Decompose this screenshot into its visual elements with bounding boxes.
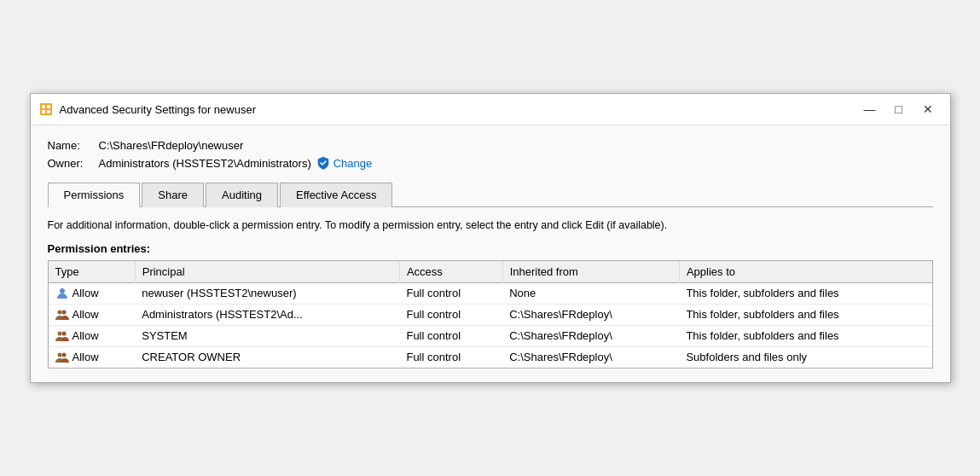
svg-rect-4 — [47, 110, 50, 113]
row-1-access: Full control — [399, 304, 502, 325]
row-2-type: Allow — [49, 325, 136, 346]
col-type: Type — [49, 261, 136, 283]
row-3-principal: CREATOR OWNER — [135, 346, 399, 368]
close-button[interactable]: ✕ — [914, 99, 942, 119]
col-inherited-from: Inherited from — [502, 261, 679, 283]
name-label: Name: — [48, 139, 99, 152]
row-3-type: Allow — [49, 346, 136, 368]
row-0-applies: This folder, subfolders and files — [679, 282, 931, 304]
col-access: Access — [399, 261, 502, 283]
row-1-type: Allow — [49, 304, 136, 325]
tab-auditing[interactable]: Auditing — [206, 183, 278, 207]
main-window: Advanced Security Settings for newuser —… — [30, 93, 951, 383]
user-single-icon — [55, 287, 69, 300]
table-row[interactable]: Allow CREATOR OWNER Full control C:\Shar… — [49, 346, 932, 368]
svg-point-5 — [60, 288, 65, 293]
permissions-table: Type Principal Access Inherited from App… — [48, 260, 933, 369]
row-1-inherited: C:\Shares\FRdeploy\ — [502, 304, 679, 325]
row-0-principal: newuser (HSSTEST2\newuser) — [135, 282, 399, 304]
shield-icon — [316, 156, 330, 170]
tab-permissions[interactable]: Permissions — [48, 183, 141, 207]
change-link[interactable]: Change — [316, 156, 373, 170]
owner-row: Owner: Administrators (HSSTEST2\Administ… — [48, 156, 933, 170]
window-controls: — □ ✕ — [856, 99, 942, 119]
window-title: Advanced Security Settings for newuser — [60, 103, 856, 116]
row-3-inherited: C:\Shares\FRdeploy\ — [502, 346, 679, 368]
table-header: Type Principal Access Inherited from App… — [49, 261, 932, 283]
user-multi-icon — [55, 351, 69, 364]
name-value: C:\Shares\FRdeploy\newuser — [99, 139, 244, 152]
row-3-access: Full control — [399, 346, 502, 368]
description-text: For additional information, double-click… — [48, 218, 933, 234]
table-body: Allow newuser (HSSTEST2\newuser) Full co… — [49, 282, 932, 368]
svg-rect-2 — [47, 105, 50, 108]
name-row: Name: C:\Shares\FRdeploy\newuser — [48, 139, 933, 152]
svg-point-8 — [57, 331, 61, 335]
table-row[interactable]: Allow Administrators (HSSTEST2\Ad... Ful… — [49, 304, 932, 325]
tab-share[interactable]: Share — [142, 183, 204, 207]
row-2-access: Full control — [399, 325, 502, 346]
svg-point-6 — [57, 310, 61, 314]
row-0-access: Full control — [399, 282, 502, 304]
tab-bar: Permissions Share Auditing Effective Acc… — [48, 182, 933, 207]
svg-rect-3 — [42, 110, 45, 113]
row-0-type: Allow — [49, 282, 136, 304]
svg-point-10 — [57, 352, 61, 357]
info-section: Name: C:\Shares\FRdeploy\newuser Owner: … — [48, 139, 933, 170]
col-applies-to: Applies to — [679, 261, 931, 283]
owner-label: Owner: — [48, 157, 99, 170]
row-3-applies: Subfolders and files only — [679, 346, 931, 368]
row-1-applies: This folder, subfolders and files — [679, 304, 931, 325]
svg-point-7 — [61, 310, 66, 314]
row-1-principal: Administrators (HSSTEST2\Ad... — [135, 304, 399, 325]
svg-point-11 — [61, 352, 66, 357]
permission-entries-label: Permission entries: — [48, 242, 933, 255]
title-bar: Advanced Security Settings for newuser —… — [31, 94, 950, 125]
table-row[interactable]: Allow newuser (HSSTEST2\newuser) Full co… — [49, 282, 932, 304]
col-principal: Principal — [135, 261, 399, 283]
content-area: Name: C:\Shares\FRdeploy\newuser Owner: … — [31, 125, 950, 382]
owner-value: Administrators (HSSTEST2\Administrators) — [99, 157, 311, 170]
row-0-inherited: None — [502, 282, 679, 304]
user-multi-icon — [55, 308, 69, 322]
change-label: Change — [333, 157, 373, 170]
maximize-button[interactable]: □ — [885, 99, 913, 119]
minimize-button[interactable]: — — [856, 99, 884, 119]
tab-effective-access[interactable]: Effective Access — [280, 183, 392, 207]
svg-rect-1 — [42, 105, 45, 108]
row-2-inherited: C:\Shares\FRdeploy\ — [502, 325, 679, 346]
user-multi-icon — [55, 329, 69, 343]
row-2-applies: This folder, subfolders and files — [679, 325, 931, 346]
svg-point-9 — [61, 331, 66, 335]
window-icon — [39, 102, 53, 116]
row-2-principal: SYSTEM — [135, 325, 399, 346]
table-row[interactable]: Allow SYSTEM Full control C:\Shares\FRde… — [49, 325, 932, 346]
